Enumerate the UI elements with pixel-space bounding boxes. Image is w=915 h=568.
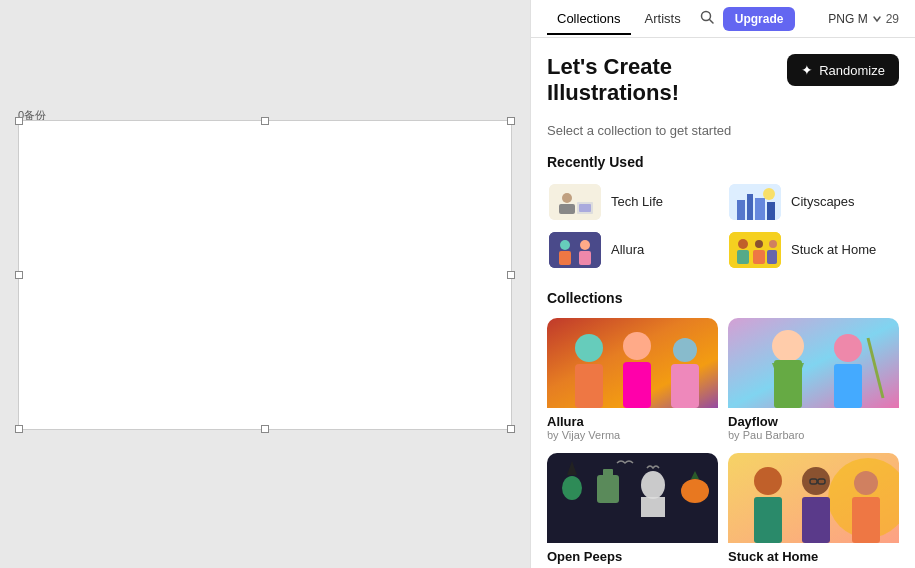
svg-rect-22	[753, 250, 765, 264]
format-number: 29	[886, 12, 899, 26]
collection-card-dayflow[interactable]: Dayflow by Pau Barbaro	[728, 318, 899, 443]
collection-author-allura: by Vijay Verma	[547, 429, 718, 441]
collection-card-open-peeps[interactable]: Open Peeps	[547, 453, 718, 566]
recently-used-title: Recently Used	[547, 154, 899, 170]
svg-rect-6	[579, 204, 591, 212]
randomize-icon: ✦	[801, 62, 813, 78]
thumb-tech-life	[549, 184, 601, 220]
handle-bot-left[interactable]	[15, 425, 23, 433]
svg-point-21	[755, 240, 763, 248]
svg-point-56	[854, 471, 878, 495]
svg-rect-52	[802, 497, 830, 543]
search-icon[interactable]	[699, 9, 715, 28]
svg-rect-13	[549, 232, 601, 268]
recent-item-allura[interactable]: Allura	[547, 230, 719, 270]
handle-top-mid[interactable]	[261, 117, 269, 125]
allura-card-image	[547, 318, 718, 408]
collection-img-stuck-at-home	[728, 453, 899, 543]
collection-name-open-peeps: Open Peeps	[547, 549, 718, 564]
collections-grid: Allura by Vijay Verma	[547, 318, 899, 566]
chevron-down-icon	[872, 14, 882, 24]
collection-img-open-peeps	[547, 453, 718, 543]
svg-point-43	[641, 471, 665, 499]
svg-rect-50	[754, 497, 782, 543]
svg-point-28	[623, 332, 651, 360]
canvas-panel: 0备份	[0, 0, 530, 568]
content-area: Let's Create Illustrations! ✦ Randomize …	[531, 38, 915, 568]
svg-point-14	[560, 240, 570, 250]
svg-rect-24	[767, 250, 777, 264]
hero-text: Let's Create Illustrations!	[547, 54, 787, 107]
svg-rect-34	[774, 360, 802, 408]
svg-point-16	[580, 240, 590, 250]
thumb-cityscapes	[729, 184, 781, 220]
recent-label-cityscapes: Cityscapes	[791, 194, 855, 209]
collections-title: Collections	[547, 290, 899, 306]
svg-point-33	[772, 330, 804, 362]
handle-bot-right[interactable]	[507, 425, 515, 433]
top-nav: Collections Artists Upgrade PNG M 29	[531, 0, 915, 38]
svg-point-49	[754, 467, 782, 495]
svg-point-30	[673, 338, 697, 362]
svg-line-1	[709, 20, 713, 24]
tech-life-thumbnail	[549, 184, 601, 220]
upgrade-button[interactable]: Upgrade	[723, 7, 796, 31]
recent-label-stuck-at-home: Stuck at Home	[791, 242, 876, 257]
svg-point-23	[769, 240, 777, 248]
format-selector[interactable]: PNG M	[828, 12, 881, 26]
handle-mid-left[interactable]	[15, 271, 23, 279]
collection-info-allura: Allura by Vijay Verma	[547, 408, 718, 443]
svg-rect-17	[579, 251, 591, 265]
svg-rect-2	[549, 184, 601, 220]
handle-mid-right[interactable]	[507, 271, 515, 279]
collection-info-dayflow: Dayflow by Pau Barbaro	[728, 408, 899, 443]
recent-item-cityscapes[interactable]: Cityscapes	[727, 182, 899, 222]
svg-rect-10	[755, 198, 765, 220]
svg-rect-9	[747, 194, 753, 220]
collection-card-allura[interactable]: Allura by Vijay Verma	[547, 318, 718, 443]
handle-bot-mid[interactable]	[261, 425, 269, 433]
randomize-label: Randomize	[819, 63, 885, 78]
collection-name-dayflow: Dayflow	[728, 414, 899, 429]
svg-rect-20	[737, 250, 749, 264]
stuck-at-home-card-image	[728, 453, 899, 543]
svg-point-26	[575, 334, 603, 362]
svg-point-51	[802, 467, 830, 495]
svg-rect-8	[737, 200, 745, 220]
svg-rect-42	[603, 469, 613, 477]
svg-rect-57	[852, 497, 880, 543]
collection-img-dayflow	[728, 318, 899, 408]
svg-rect-36	[834, 364, 862, 408]
svg-rect-11	[767, 202, 775, 220]
dayflow-card-image	[728, 318, 899, 408]
handle-top-right[interactable]	[507, 117, 515, 125]
svg-rect-15	[559, 251, 571, 265]
recent-item-tech-life[interactable]: Tech Life	[547, 182, 719, 222]
svg-rect-31	[671, 364, 699, 408]
stuck-at-home-thumbnail	[729, 232, 781, 268]
collection-info-stuck-at-home: Stuck at Home	[728, 543, 899, 566]
hero-title: Let's Create Illustrations!	[547, 54, 787, 107]
collection-author-dayflow: by Pau Barbaro	[728, 429, 899, 441]
svg-point-45	[681, 479, 709, 503]
svg-rect-4	[559, 204, 575, 214]
cityscapes-thumbnail	[729, 184, 781, 220]
collection-info-open-peeps: Open Peeps	[547, 543, 718, 566]
svg-point-39	[562, 476, 582, 500]
canvas-frame	[18, 120, 512, 430]
allura-thumbnail	[549, 232, 601, 268]
handle-top-left[interactable]	[15, 117, 23, 125]
svg-rect-27	[575, 364, 603, 408]
tab-artists[interactable]: Artists	[635, 3, 691, 34]
svg-rect-44	[641, 497, 665, 517]
hero-subtitle: Select a collection to get started	[547, 123, 899, 138]
hero-section: Let's Create Illustrations! ✦ Randomize	[547, 54, 899, 107]
recent-item-stuck-at-home[interactable]: Stuck at Home	[727, 230, 899, 270]
collection-name-allura: Allura	[547, 414, 718, 429]
randomize-button[interactable]: ✦ Randomize	[787, 54, 899, 86]
collection-card-stuck-at-home[interactable]: Stuck at Home	[728, 453, 899, 566]
thumb-allura	[549, 232, 601, 268]
collection-img-allura	[547, 318, 718, 408]
tab-collections[interactable]: Collections	[547, 3, 631, 34]
right-panel: Collections Artists Upgrade PNG M 29 Let…	[530, 0, 915, 568]
